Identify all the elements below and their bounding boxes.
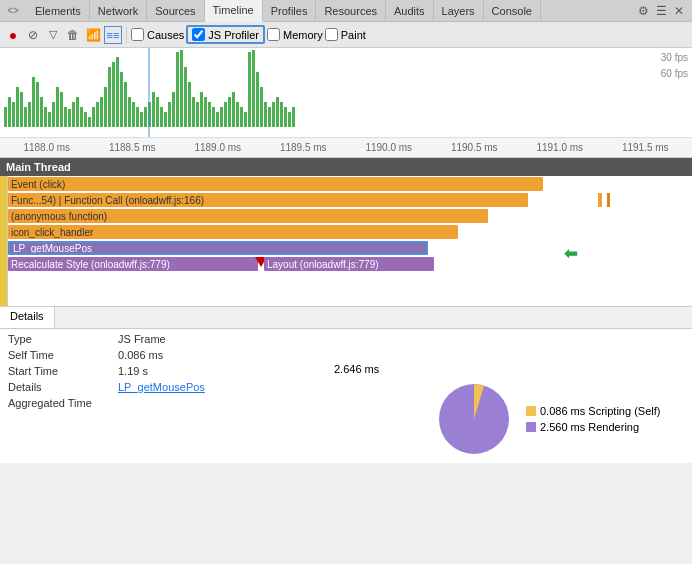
js-profiler-label: JS Profiler <box>208 29 259 41</box>
paint-label: Paint <box>341 29 366 41</box>
chart-legend: 0.086 ms Scripting (Self) 2.560 ms Rende… <box>526 405 660 433</box>
memory-checkbox[interactable] <box>267 28 280 41</box>
tab-resources[interactable]: Resources <box>316 0 386 22</box>
function-call-label: Func...54) | Function Call (onloadwff.js… <box>11 195 204 206</box>
chart-icon[interactable]: 📶 <box>84 26 102 44</box>
legend-rendering: 2.560 ms Rendering <box>526 421 660 433</box>
js-profiler-checkbox[interactable] <box>192 28 205 41</box>
svg-rect-5 <box>24 107 27 127</box>
svg-rect-33 <box>136 107 139 127</box>
filter-icon[interactable]: ▽ <box>44 26 62 44</box>
rendering-legend-label: 2.560 ms Rendering <box>540 421 639 433</box>
fps-labels: 30 fps 60 fps <box>661 50 688 82</box>
lp-getmousepos-bar[interactable]: LP_getMousePos <box>8 241 428 255</box>
memory-checkbox-label[interactable]: Memory <box>267 28 323 41</box>
causes-checkbox-label[interactable]: Causes <box>131 28 184 41</box>
paint-checkbox-label[interactable]: Paint <box>325 28 366 41</box>
anonymous-function-bar[interactable]: (anonymous function) <box>8 209 488 223</box>
details-link[interactable]: LP_getMousePos <box>118 381 205 393</box>
tab-profiles[interactable]: Profiles <box>263 0 317 22</box>
more-icon[interactable]: ☰ <box>652 2 670 20</box>
svg-rect-19 <box>80 107 83 127</box>
flame-chart[interactable]: Event (click) Func...54) | Function Call… <box>0 176 692 306</box>
svg-rect-69 <box>280 102 283 127</box>
separator <box>24 3 25 19</box>
svg-rect-18 <box>76 97 79 127</box>
svg-rect-68 <box>276 97 279 127</box>
tab-audits[interactable]: Audits <box>386 0 434 22</box>
svg-rect-47 <box>192 97 195 127</box>
js-profiler-checkbox-label[interactable]: JS Profiler <box>192 28 259 41</box>
svg-rect-51 <box>208 102 211 127</box>
details-left-col: Type JS Frame Self Time 0.086 ms Start T… <box>8 333 424 459</box>
details-row-selftime: Self Time 0.086 ms <box>8 349 424 361</box>
svg-rect-22 <box>92 107 95 127</box>
svg-rect-25 <box>104 87 107 127</box>
details-row-details: Details LP_getMousePos <box>8 381 424 393</box>
svg-rect-34 <box>140 112 143 127</box>
svg-rect-53 <box>216 112 219 127</box>
tab-elements[interactable]: Elements <box>27 0 90 22</box>
svg-rect-23 <box>96 102 99 127</box>
svg-rect-11 <box>48 112 51 127</box>
event-click-bar[interactable]: Event (click) <box>8 177 543 191</box>
details-row-aggtime: Aggregated Time <box>8 397 424 409</box>
agg-chart-area: 0.086 ms Scripting (Self) 2.560 ms Rende… <box>434 379 660 459</box>
svg-rect-70 <box>284 107 287 127</box>
agg-total: 2.646 ms <box>334 363 379 375</box>
flame-row-3: icon_click_handler <box>0 224 692 240</box>
tab-console[interactable]: Console <box>484 0 541 22</box>
svg-rect-1 <box>8 97 11 127</box>
function-call-bar[interactable]: Func...54) | Function Call (onloadwff.js… <box>8 193 528 207</box>
rendering-color <box>526 422 536 432</box>
scripting-color <box>526 406 536 416</box>
flame-icon[interactable]: ≡≡ <box>104 26 122 44</box>
recalculate-style-bar[interactable]: Recalculate Style (onloadwff.js:779) <box>8 257 258 271</box>
bar-extra2 <box>607 193 610 207</box>
tab-layers[interactable]: Layers <box>434 0 484 22</box>
tab-timeline[interactable]: Timeline <box>205 0 263 22</box>
timeline-chart[interactable]: 30 fps 60 fps <box>0 48 692 158</box>
svg-rect-41 <box>168 102 171 127</box>
settings-icon[interactable]: ⚙ <box>634 2 652 20</box>
layout-bar[interactable]: Layout (onloadwff.js:779) <box>264 257 434 271</box>
svg-rect-67 <box>272 102 275 127</box>
tab-details[interactable]: Details <box>0 307 55 328</box>
aggtime-key: Aggregated Time <box>8 397 118 409</box>
svg-rect-37 <box>152 92 155 127</box>
svg-rect-73 <box>148 48 150 137</box>
details-panel: Details Type JS Frame Self Time 0.086 ms… <box>0 306 692 463</box>
recalculate-label: Recalculate Style (onloadwff.js:779) <box>11 259 170 270</box>
svg-rect-55 <box>224 102 227 127</box>
svg-rect-3 <box>16 87 19 127</box>
timeline-ruler: 1188.0 ms 1188.5 ms 1189.0 ms 1189.5 ms … <box>0 137 692 157</box>
svg-rect-32 <box>132 102 135 127</box>
selftime-key: Self Time <box>8 349 118 361</box>
paint-checkbox[interactable] <box>325 28 338 41</box>
flame-row-4: LP_getMousePos ⬅ <box>0 240 692 256</box>
causes-checkbox[interactable] <box>131 28 144 41</box>
tab-sources[interactable]: Sources <box>147 0 204 22</box>
timeline-svg <box>0 48 640 137</box>
js-profiler-box: JS Profiler <box>186 25 265 44</box>
svg-rect-71 <box>288 112 291 127</box>
flame-row-5: Recalculate Style (onloadwff.js:779) Lay… <box>0 256 692 272</box>
fps60-label: 60 fps <box>661 66 688 82</box>
svg-rect-66 <box>268 107 271 127</box>
icon-click-label: icon_click_handler <box>11 227 93 238</box>
tab-network[interactable]: Network <box>90 0 147 22</box>
toolbar-sep1 <box>126 27 127 43</box>
tick-2: 1189.0 ms <box>175 142 261 153</box>
expand-icon[interactable]: <> <box>4 2 22 20</box>
icon-click-bar[interactable]: icon_click_handler <box>8 225 458 239</box>
svg-rect-13 <box>56 87 59 127</box>
svg-rect-2 <box>12 102 15 127</box>
record-icon[interactable]: ● <box>4 26 22 44</box>
svg-rect-57 <box>232 92 235 127</box>
trash-icon[interactable]: 🗑 <box>64 26 82 44</box>
close-icon[interactable]: ✕ <box>670 2 688 20</box>
svg-rect-46 <box>188 82 191 127</box>
stop-icon[interactable]: ⊘ <box>24 26 42 44</box>
starttime-val: 1.19 s <box>118 365 148 377</box>
svg-rect-12 <box>52 102 55 127</box>
